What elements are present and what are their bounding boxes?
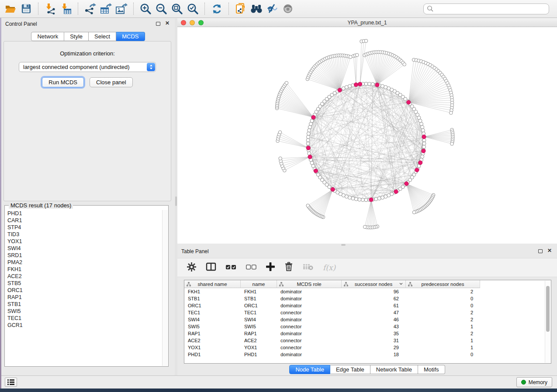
network-node[interactable] <box>421 125 424 129</box>
mcds-result-item[interactable]: RAP1 <box>7 294 162 301</box>
table-cell[interactable]: 0 <box>406 303 480 308</box>
table-cell[interactable]: ACE2 <box>184 338 241 343</box>
network-node[interactable] <box>306 135 310 139</box>
column-header-predecessor-nodes[interactable]: predecessor nodes <box>406 280 480 288</box>
table-cell[interactable]: ORC1 <box>184 303 241 308</box>
table-cell[interactable]: connector <box>277 324 342 329</box>
minimize-window-icon[interactable] <box>190 20 195 25</box>
table-cell[interactable]: 35 <box>342 331 406 336</box>
table-cell[interactable]: dominator <box>277 303 342 308</box>
search-input[interactable] <box>434 6 549 12</box>
close-panel-button[interactable]: Close panel <box>90 77 133 87</box>
table-cell[interactable]: dominator <box>277 352 342 357</box>
table-cell[interactable]: connector <box>277 345 342 350</box>
close-panel-icon[interactable]: ✕ <box>547 248 552 254</box>
table-cell[interactable]: 0 <box>406 352 480 357</box>
network-edge[interactable] <box>327 58 340 90</box>
network-hub-node[interactable] <box>354 83 358 86</box>
network-node[interactable] <box>412 211 416 214</box>
tab-network[interactable]: Network <box>31 32 64 41</box>
hide-graphics-button[interactable] <box>264 1 280 16</box>
tab-motifs[interactable]: Motifs <box>418 365 445 374</box>
table-cell[interactable]: 18 <box>342 352 406 357</box>
table-cell[interactable]: 61 <box>342 303 406 308</box>
table-scrollbar[interactable] <box>545 281 550 363</box>
table-row[interactable]: PHD1PHD1dominator180 <box>184 351 551 358</box>
table-cell[interactable]: 46 <box>342 317 406 322</box>
table-row[interactable]: STB1STB1dominator620 <box>184 295 551 302</box>
network-edge[interactable] <box>424 137 453 140</box>
table-cell[interactable]: 2 <box>406 289 480 294</box>
network-node[interactable] <box>449 111 453 115</box>
mcds-result-list[interactable]: PHD1CAR1STP4TID3YOX1SWI4SRD1PMA2FKH1ACE2… <box>5 210 162 366</box>
table-cell[interactable]: ORC1 <box>241 303 277 308</box>
refresh-layout-button[interactable] <box>209 1 225 16</box>
table-row[interactable]: SWI5SWI5connector431 <box>184 323 551 330</box>
network-node[interactable] <box>355 53 359 57</box>
table-cell[interactable]: SWI4 <box>241 317 277 322</box>
network-node[interactable] <box>368 82 371 86</box>
mcds-list-scrollbar[interactable] <box>162 210 168 366</box>
run-mcds-button[interactable]: Run MCDS <box>42 77 84 87</box>
select-all-button[interactable] <box>226 264 236 272</box>
scrollbar-thumb[interactable] <box>546 286 550 332</box>
network-node[interactable] <box>306 204 310 207</box>
mcds-result-item[interactable]: YOX1 <box>7 238 162 245</box>
network-hub-node[interactable] <box>394 189 398 193</box>
network-edge[interactable] <box>279 98 314 117</box>
float-panel-icon[interactable] <box>538 249 543 253</box>
table-cell[interactable]: 0 <box>406 296 480 301</box>
network-hub-node[interactable] <box>375 83 379 87</box>
network-hub-node[interactable] <box>369 198 373 202</box>
import-network-button[interactable] <box>42 1 58 16</box>
tab-select[interactable]: Select <box>89 32 116 41</box>
table-cell[interactable]: 2 <box>406 331 480 336</box>
float-panel-icon[interactable] <box>156 22 160 26</box>
network-node[interactable] <box>422 145 426 148</box>
table-cell[interactable]: 29 <box>342 345 406 350</box>
network-node[interactable] <box>364 198 368 202</box>
network-node[interactable] <box>421 155 424 158</box>
network-edge[interactable] <box>315 66 339 90</box>
table-row[interactable]: TEC1TEC1connector472 <box>184 309 551 316</box>
optimization-criterion-select[interactable]: largest connected component (undirected) <box>19 62 156 72</box>
table-cell[interactable]: RAP1 <box>241 331 277 336</box>
network-edge[interactable] <box>408 102 452 108</box>
network-node[interactable] <box>358 198 361 201</box>
table-cell[interactable]: STB1 <box>184 296 241 301</box>
table-cell[interactable]: ACE2 <box>241 338 277 343</box>
mcds-result-item[interactable]: SWI4 <box>7 245 162 252</box>
tab-style[interactable]: Style <box>64 32 89 41</box>
table-cell[interactable]: 47 <box>342 310 406 315</box>
table-cell[interactable]: dominator <box>277 289 342 294</box>
network-hub-node[interactable] <box>306 146 310 150</box>
network-edge[interactable] <box>406 184 427 204</box>
network-edge[interactable] <box>360 41 366 84</box>
network-node[interactable] <box>364 82 368 86</box>
network-edge[interactable] <box>284 157 310 170</box>
network-node[interactable] <box>363 225 367 229</box>
network-hub-node[interactable] <box>407 100 411 104</box>
mcds-result-item[interactable]: TID3 <box>7 231 162 238</box>
table-cell[interactable]: 2 <box>406 317 480 322</box>
table-row[interactable]: ORC1ORC1dominator610 <box>184 302 551 309</box>
network-edge[interactable] <box>364 55 377 85</box>
mcds-result-item[interactable]: ACE2 <box>7 273 162 280</box>
mcds-result-item[interactable]: SRD1 <box>7 252 162 259</box>
table-row[interactable]: ACE2ACE2connector311 <box>184 337 551 344</box>
network-node[interactable] <box>348 84 352 88</box>
network-edge[interactable] <box>279 96 314 117</box>
table-row[interactable]: RAP1RAP1dominator352 <box>184 330 551 337</box>
table-cell[interactable]: 1 <box>406 324 480 329</box>
table-cell[interactable]: dominator <box>277 331 342 336</box>
network-edge[interactable] <box>367 54 377 85</box>
network-edge[interactable] <box>356 55 357 85</box>
tab-edge-table[interactable]: Edge Table <box>330 365 370 374</box>
export-image-button[interactable] <box>114 1 129 16</box>
search-field-container[interactable] <box>423 3 549 14</box>
network-edge[interactable] <box>319 189 332 215</box>
network-node[interactable] <box>450 142 454 146</box>
table-cell[interactable]: YOX1 <box>184 345 241 350</box>
network-node[interactable] <box>285 81 288 85</box>
tab-mcds[interactable]: MCDS <box>116 32 145 41</box>
